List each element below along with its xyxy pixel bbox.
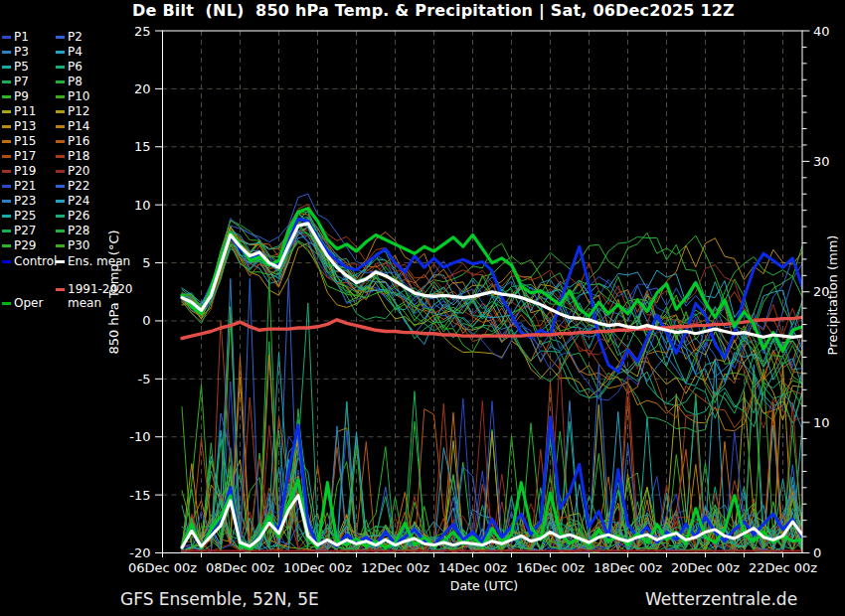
ensemble-plume-chart: 2520151050-5-10-15-2040302010006Dec 00z0… [0, 0, 845, 616]
right-axis-title: Precipitation (mm) [825, 235, 840, 356]
x-tick-label: 06Dec 00z [128, 560, 197, 575]
left-tick-label: 25 [134, 24, 151, 39]
x-tick-label: 14Dec 00z [438, 560, 507, 575]
left-tick-label: 10 [134, 198, 151, 213]
x-tick-label: 18Dec 00z [593, 560, 662, 575]
right-tick-label: 0 [813, 545, 821, 560]
ensemble-member-lines [182, 194, 802, 552]
left-axis-title: 850 hPa Temp. (°C) [106, 230, 121, 354]
right-tick-label: 40 [813, 24, 830, 39]
x-tick-label: 12Dec 00z [361, 560, 429, 575]
member-temp-line [182, 219, 802, 383]
left-tick-label: -5 [138, 372, 151, 386]
left-tick-label: 0 [142, 313, 150, 328]
left-tick-label: -15 [129, 488, 150, 503]
x-tick-label: 08Dec 00z [206, 560, 274, 575]
left-tick-label: 20 [134, 81, 151, 96]
left-tick-label: 5 [142, 255, 150, 270]
member-temp-line [182, 231, 802, 395]
left-tick-label: -20 [129, 545, 150, 560]
right-tick-label: 10 [813, 415, 830, 430]
left-tick-label: -10 [129, 429, 150, 444]
page-background: { "header": { "title": "De Bilt (NL) 850… [0, 0, 845, 616]
x-tick-label: 16Dec 00z [516, 560, 585, 575]
x-tick-label: 20Dec 00z [671, 560, 740, 575]
x-tick-label: 22Dec 00z [749, 560, 817, 575]
x-axis-title: Date (UTC) [450, 578, 518, 593]
left-tick-label: 15 [134, 139, 151, 154]
x-tick-label: 10Dec 00z [283, 560, 352, 575]
footer-model-label: GFS Ensemble, 52N, 5E [120, 589, 319, 609]
right-tick-label: 30 [813, 154, 830, 169]
footer-source-label: Wetterzentrale.de [645, 589, 797, 609]
